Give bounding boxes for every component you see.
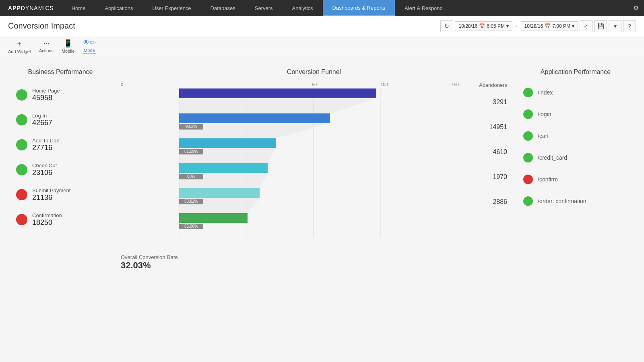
svg-marker-0: [179, 88, 376, 223]
funnel-bar-5: [179, 213, 248, 223]
app-performance-panel: Application Performance /index /login /c…: [523, 68, 628, 350]
start-date: 10/28/16: [458, 23, 477, 29]
funnel-title: Conversion Funnel: [121, 68, 507, 76]
bp-label-0: Home Page: [32, 88, 60, 94]
bp-item-4: Submit Payment 21136: [16, 187, 105, 202]
bp-dot-2: [16, 139, 27, 150]
ap-dot-1: [523, 109, 533, 119]
bp-dot-1: [16, 114, 27, 125]
abandoner-item-5: [463, 214, 507, 239]
nav-item-databases[interactable]: Databases: [201, 0, 245, 16]
toolbar: ＋ Add Widget ··· Actions 📱 Mobile 👁✏ Mod…: [0, 36, 644, 56]
bp-value-2: 27716: [32, 144, 60, 152]
axis-labels: 0 50 100 150: [121, 82, 463, 87]
end-date-picker[interactable]: 10/28/16 📅 7:00 PM ▾: [521, 21, 578, 31]
nav-item-analytics[interactable]: Analytics: [283, 0, 323, 16]
ap-item-2: /cart: [523, 131, 628, 141]
dropdown-button[interactable]: ▾: [609, 20, 621, 32]
ap-label-0: /index: [538, 89, 553, 96]
bp-label-3: Check Out: [32, 162, 57, 169]
app-logo: APPDYNAMICS: [0, 5, 62, 11]
start-date-picker[interactable]: 10/28/16 📅 6:05 PM ▾: [455, 21, 512, 31]
add-widget-button[interactable]: ＋ Add Widget: [8, 39, 31, 54]
sub-header: Conversion Impact ↻ 10/28/16 📅 6:05 PM ▾…: [0, 16, 644, 36]
funnel-pct-1: 90.2%: [186, 124, 197, 129]
abandoner-item-0: 3291: [463, 90, 507, 115]
start-time: 6:05 PM: [487, 23, 505, 29]
funnel-chart-area: 0 50 100 150 90.2%61.59%80%83.82%85.96% …: [121, 82, 463, 271]
funnel-bar-1: [179, 113, 330, 123]
bp-value-3: 23106: [32, 169, 57, 177]
nav-item-applications[interactable]: Applications: [95, 0, 142, 16]
app-perf-title: Application Performance: [523, 68, 628, 76]
chevron-down-icon: ▾: [506, 23, 509, 29]
bp-value-0: 45958: [32, 94, 60, 102]
ap-item-5: /order_confirmation: [523, 196, 628, 206]
nav-item-user-experience[interactable]: User Experience: [143, 0, 201, 16]
abandoner-item-4: 2886: [463, 189, 507, 214]
funnel-pct-2: 61.59%: [184, 149, 198, 154]
bp-item-2: Add To Cart 27716: [16, 138, 105, 152]
bp-label-1: Log In: [32, 113, 52, 119]
bp-dot-4: [16, 189, 27, 200]
funnel-area: Conversion Funnel 0 50 100 150 90.2%61.5…: [121, 68, 507, 350]
ap-label-2: /cart: [538, 133, 549, 139]
nav-item-alert[interactable]: Alert & Respond: [395, 0, 452, 16]
bp-dot-0: [16, 89, 27, 101]
help-button[interactable]: ?: [623, 20, 636, 32]
calendar-icon: 📅: [479, 23, 485, 29]
funnel-svg: 90.2%61.59%80%83.82%85.96%: [121, 88, 463, 246]
funnel-bar-2: [179, 138, 276, 148]
nav-item-dashboards[interactable]: Dashboards & Reports: [323, 0, 395, 16]
app-performance-list: /index /login /cart /credit_card /confir…: [523, 88, 628, 206]
ap-item-1: /login: [523, 109, 628, 119]
funnel-pct-5: 85.96%: [184, 224, 198, 228]
abandoner-item-3: 1970: [463, 165, 507, 189]
ap-item-4: /confirm: [523, 175, 628, 184]
bp-item-1: Log In 42667: [16, 113, 105, 127]
funnel-bar-0: [179, 88, 376, 98]
business-perf-title: Business Performance: [16, 68, 105, 76]
page-title: Conversion Impact: [8, 21, 75, 31]
overall-label: Overall Conversion Rate: [121, 254, 463, 260]
calendar-icon-2: 📅: [545, 23, 551, 29]
apply-button[interactable]: ✓: [580, 20, 592, 32]
header-controls: ↻ 10/28/16 📅 6:05 PM ▾ - 10/28/16 📅 7:00…: [440, 20, 636, 32]
abandoners-list: 329114951461019702886: [463, 90, 507, 239]
date-separator: -: [514, 23, 519, 29]
ap-dot-3: [523, 153, 533, 162]
refresh-button[interactable]: ↻: [440, 20, 453, 32]
funnel-pct-3: 80%: [187, 174, 195, 179]
bp-item-0: Home Page 45958: [16, 88, 105, 102]
bp-dot-5: [16, 214, 27, 225]
nav-item-servers[interactable]: Servers: [245, 0, 283, 16]
ap-label-5: /order_confirmation: [538, 198, 586, 204]
mobile-icon: 📱: [64, 39, 72, 48]
save-button[interactable]: 💾: [594, 20, 607, 32]
funnel-bar-4: [179, 188, 260, 198]
dots-icon: ···: [43, 39, 49, 47]
ap-label-1: /login: [538, 111, 551, 117]
bp-label-5: Confirmation: [32, 212, 62, 218]
ap-dot-2: [523, 131, 533, 141]
mode-button[interactable]: 👁✏ Mode: [83, 38, 96, 54]
main-content: Business Performance Home Page 45958 Log…: [0, 56, 644, 362]
mobile-button[interactable]: 📱 Mobile: [62, 39, 74, 53]
nav-menu: Home Applications User Experience Databa…: [62, 0, 628, 16]
bp-value-5: 18250: [32, 218, 62, 227]
end-time: 7:00 PM: [552, 23, 570, 29]
bp-dot-3: [16, 164, 27, 175]
ap-label-3: /credit_card: [538, 154, 567, 161]
business-performance-panel: Business Performance Home Page 45958 Log…: [16, 68, 105, 350]
nav-item-home[interactable]: Home: [62, 0, 95, 16]
settings-icon[interactable]: ⚙: [628, 0, 644, 16]
abandoner-item-1: 14951: [463, 115, 507, 140]
abandoners-column: Abandoners 329114951461019702886: [463, 82, 507, 271]
axis-100: 100: [380, 82, 388, 87]
actions-button[interactable]: ··· Actions: [39, 39, 54, 53]
business-performance-list: Home Page 45958 Log In 42667 Add To Cart…: [16, 88, 105, 227]
ap-dot-0: [523, 88, 533, 97]
axis-0: 0: [121, 82, 123, 87]
abandoner-item-2: 4610: [463, 140, 507, 165]
abandoners-header: Abandoners: [463, 82, 507, 88]
